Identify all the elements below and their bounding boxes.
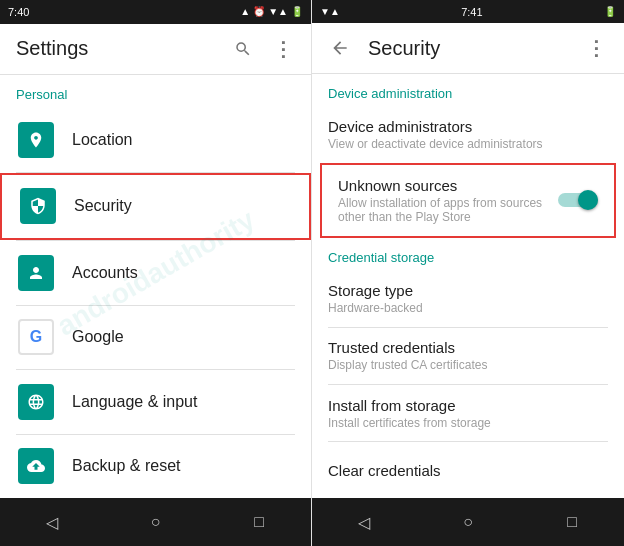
unknown-sources-text: Unknown sources Allow installation of ap…: [338, 177, 558, 224]
settings-title: Settings: [16, 37, 231, 60]
more-options-button-right[interactable]: ⋮: [584, 36, 608, 60]
back-nav-right[interactable]: ◁: [340, 498, 388, 546]
back-button[interactable]: [328, 36, 352, 60]
security-label: Security: [74, 197, 293, 215]
left-panel: 7:40 ▲ ⏰ ▼▲ 🔋 Settings ⋮ Personal androi…: [0, 0, 312, 546]
storage-type-item[interactable]: Storage type Hardware-backed: [312, 271, 624, 327]
more-vert-icon: ⋮: [273, 37, 293, 61]
google-label: Google: [72, 328, 295, 346]
more-options-button-left[interactable]: ⋮: [271, 37, 295, 61]
search-button[interactable]: [231, 37, 255, 61]
home-icon-right: ○: [463, 513, 473, 531]
device-admins-text: Device administrators View or deactivate…: [328, 118, 608, 151]
device-admins-label: Device administrators: [328, 118, 608, 135]
app-bar-left: Settings ⋮: [0, 24, 311, 75]
sidebar-item-security[interactable]: Security: [0, 173, 311, 241]
status-icons-right: 🔋: [604, 6, 616, 17]
backup-icon-container: [16, 446, 56, 486]
home-nav-right[interactable]: ○: [444, 498, 492, 546]
storage-type-text: Storage type Hardware-backed: [328, 282, 608, 315]
clear-credentials-item[interactable]: Clear credentials: [312, 442, 624, 498]
accounts-label: Accounts: [72, 264, 295, 282]
status-bar-left: 7:40 ▲ ⏰ ▼▲ 🔋: [0, 0, 311, 24]
clear-credentials-label: Clear credentials: [328, 462, 608, 479]
sidebar-item-google[interactable]: G Google: [0, 306, 311, 370]
credential-storage-section-label: Credential storage: [312, 238, 624, 271]
trusted-credentials-desc: Display trusted CA certificates: [328, 358, 608, 372]
sidebar-item-backup[interactable]: Backup & reset: [0, 434, 311, 498]
trusted-credentials-label: Trusted credentials: [328, 339, 608, 356]
device-admin-section-label: Device administration: [312, 74, 624, 107]
storage-type-label: Storage type: [328, 282, 608, 299]
alarm-icon: ⏰: [253, 6, 265, 17]
bottom-nav-left: ◁ ○ □: [0, 498, 311, 546]
accounts-icon-container: [16, 253, 56, 293]
unknown-sources-label: Unknown sources: [338, 177, 558, 194]
sidebar-item-accounts[interactable]: Accounts: [0, 241, 311, 305]
battery-icon: 🔋: [291, 6, 303, 17]
language-icon-container: [16, 382, 56, 422]
install-from-storage-label: Install from storage: [328, 397, 608, 414]
signal-icon-right: ▼▲: [320, 6, 340, 17]
install-from-storage-text: Install from storage Install certificate…: [328, 397, 608, 430]
backup-label: Backup & reset: [72, 457, 295, 475]
battery-icon-right: 🔋: [604, 6, 616, 17]
unknown-sources-desc: Allow installation of apps from sources …: [338, 196, 558, 224]
signal-icon: ▲: [240, 6, 250, 17]
unknown-sources-toggle[interactable]: [558, 189, 598, 211]
install-from-storage-item[interactable]: Install from storage Install certificate…: [312, 385, 624, 441]
accounts-icon: [18, 255, 54, 291]
install-from-storage-desc: Install certificates from storage: [328, 416, 608, 430]
google-icon: G: [18, 319, 54, 355]
security-page-title: Security: [368, 37, 584, 60]
location-text: Location: [72, 131, 295, 149]
storage-type-desc: Hardware-backed: [328, 301, 608, 315]
toggle-thumb: [578, 190, 598, 210]
backup-text: Backup & reset: [72, 457, 295, 475]
personal-section-label: Personal: [0, 75, 311, 108]
status-time-right: 7:41: [461, 6, 482, 18]
location-icon: [18, 122, 54, 158]
wifi-icon: ▼▲: [268, 6, 288, 17]
back-icon-left: ◁: [46, 513, 58, 532]
language-label: Language & input: [72, 393, 295, 411]
recent-nav-left[interactable]: □: [235, 498, 283, 546]
location-icon-container: [16, 120, 56, 160]
trusted-credentials-item[interactable]: Trusted credentials Display trusted CA c…: [312, 328, 624, 384]
bottom-nav-right: ◁ ○ □: [312, 498, 624, 546]
unknown-sources-item[interactable]: Unknown sources Allow installation of ap…: [322, 165, 614, 236]
app-bar-icons-left: ⋮: [231, 37, 295, 61]
back-nav-left[interactable]: ◁: [28, 498, 76, 546]
backup-icon: [18, 448, 54, 484]
security-icon-container: [18, 186, 58, 226]
back-icon-right: ◁: [358, 513, 370, 532]
status-icons-left: ▲ ⏰ ▼▲ 🔋: [240, 6, 303, 17]
sidebar-item-language[interactable]: Language & input: [0, 370, 311, 434]
location-label: Location: [72, 131, 295, 149]
clear-credentials-text: Clear credentials: [328, 462, 608, 479]
status-bar-right: ▼▲ 7:41 🔋: [312, 0, 624, 23]
recent-icon-left: □: [254, 513, 264, 531]
sidebar-item-location[interactable]: Location: [0, 108, 311, 172]
recent-nav-right[interactable]: □: [548, 498, 596, 546]
status-time-left: 7:40: [8, 6, 29, 18]
status-icons-right-left: ▼▲: [320, 6, 340, 17]
security-icon: [20, 188, 56, 224]
recent-icon-right: □: [567, 513, 577, 531]
app-bar-right: Security ⋮: [312, 23, 624, 74]
language-icon: [18, 384, 54, 420]
right-panel: ▼▲ 7:41 🔋 Security ⋮ Device administrati…: [312, 0, 624, 546]
device-admins-desc: View or deactivate device administrators: [328, 137, 608, 151]
device-admins-item[interactable]: Device administrators View or deactivate…: [312, 107, 624, 163]
home-nav-left[interactable]: ○: [131, 498, 179, 546]
more-vert-icon-right: ⋮: [586, 36, 606, 60]
trusted-credentials-text: Trusted credentials Display trusted CA c…: [328, 339, 608, 372]
unknown-sources-box: Unknown sources Allow installation of ap…: [320, 163, 616, 238]
language-text: Language & input: [72, 393, 295, 411]
google-text: Google: [72, 328, 295, 346]
home-icon-left: ○: [151, 513, 161, 531]
security-text: Security: [74, 197, 293, 215]
accounts-text: Accounts: [72, 264, 295, 282]
google-icon-container: G: [16, 317, 56, 357]
